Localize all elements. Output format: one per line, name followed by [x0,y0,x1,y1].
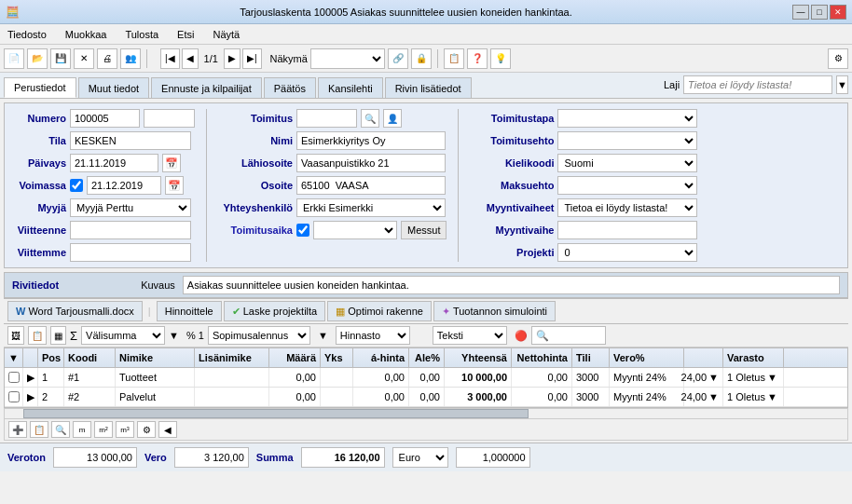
settings-button[interactable]: ⚙ [828,48,848,69]
gh-code: Koodi [64,348,116,367]
delete-button[interactable]: ✕ [74,48,94,69]
word-tab[interactable]: W Word Tarjousmalli.docx [7,301,143,321]
bt-settings[interactable]: ⚙ [137,421,156,438]
bt-search[interactable]: 🔍 [51,421,70,438]
toimitus-search[interactable]: 🔍 [361,109,379,128]
lock-button[interactable]: 🔒 [411,48,432,69]
tab-kansilehti[interactable]: Kansilehti [318,77,383,98]
maksuehto-combo[interactable] [557,176,697,195]
maximize-button[interactable]: □ [811,5,828,20]
tab-ennuste[interactable]: Ennuste ja kilpailijat [151,77,262,98]
toimitus-person[interactable]: 👤 [383,109,402,128]
minimize-button[interactable]: — [792,5,809,20]
menu-etsi[interactable]: Etsi [173,28,198,41]
search-button[interactable]: 👥 [120,48,141,69]
nav-prev[interactable]: ◀ [182,48,199,69]
bt-m4[interactable]: m³ [116,421,134,438]
voimassa-checkbox[interactable] [70,179,83,192]
print-button[interactable]: 🖨 [97,48,117,69]
tab-paatos[interactable]: Päätös [264,77,316,98]
grid-calc-btn[interactable]: ▦ [50,326,66,345]
save-button[interactable]: 💾 [50,48,71,69]
laske-tab[interactable]: ✔ Laske projektilta [224,301,326,321]
tab-rivin-lisatiedot[interactable]: Rivin lisätiedot [385,77,472,98]
toimitustapa-combo[interactable] [557,109,697,128]
summa-input[interactable] [301,447,385,468]
bt-m3[interactable]: m² [94,421,113,438]
laji-input[interactable] [683,75,832,94]
horizontal-scrollbar[interactable] [4,408,848,419]
messut-button[interactable]: Messut [401,221,447,239]
row2-check[interactable] [5,388,23,406]
projekti-combo[interactable]: 0 [557,243,697,262]
menu-tiedosto[interactable]: Tiedosto [4,28,50,41]
view-combo[interactable] [310,48,385,69]
sopimusalennus-combo[interactable]: Sopimusalennus [208,326,310,345]
new-button[interactable]: 📄 [4,48,24,69]
nav-last[interactable]: ▶| [242,48,262,69]
toimitusaika-combo[interactable] [313,221,397,239]
toimitus-input[interactable] [296,109,357,128]
row1-qty: 0,00 [269,368,321,387]
numero-input2[interactable] [144,109,195,128]
voimassa-calendar[interactable]: 📅 [165,176,184,195]
yht-combo[interactable]: Erkki Esimerkki [296,198,446,217]
viitteenne-input[interactable] [70,221,191,239]
link-button[interactable]: 🔗 [388,48,408,69]
bt-m2[interactable]: m [73,421,91,438]
open-button[interactable]: 📂 [27,48,48,69]
valissumma-combo[interactable]: Välisumma [81,326,165,345]
table-row[interactable]: ▶ 2 #2 Palvelut 0,00 0,00 0,00 3 000,00 … [5,388,847,407]
nimi-input[interactable] [296,131,446,150]
close-button[interactable]: ✕ [830,5,846,20]
row1-price: 0,00 [353,368,409,387]
osoite-input[interactable] [296,176,446,195]
optimoi-tab[interactable]: ▦ Optimoi rakenne [327,301,432,321]
vero-input[interactable] [174,447,249,468]
tuotanto-tab[interactable]: ✦ Tuotannon simulointi [433,301,556,321]
currency-combo[interactable]: Euro [392,447,448,468]
kuvaus-input[interactable] [183,276,840,294]
grid-search-input[interactable] [531,326,606,345]
copy-button[interactable]: 📋 [444,48,464,69]
grid-copy-btn[interactable]: 📋 [28,326,47,345]
paivays-calendar[interactable]: 📅 [162,154,181,172]
nav-next[interactable]: ▶ [224,48,240,69]
toimitusehto-combo[interactable] [557,131,697,150]
grid-add-btn[interactable]: 🖼 [7,326,24,345]
paivays-input[interactable] [70,154,158,172]
nav-first[interactable]: |◀ [160,48,180,69]
tab-perustiedot[interactable]: Perustiedot [4,77,76,98]
bt-add[interactable]: ➕ [8,421,27,438]
menu-nayta[interactable]: Näytä [209,28,243,41]
help-button[interactable]: ❓ [467,48,488,69]
lahiosoite-input[interactable] [296,154,446,172]
hinnoittele-tab[interactable]: Hinnoittele [157,301,222,321]
myyntivaiheet-combo[interactable]: Tietoa ei löydy listasta! [557,198,697,217]
tila-input[interactable] [70,131,191,150]
numero-input[interactable] [70,109,140,128]
bt-copy[interactable]: 📋 [30,421,48,438]
voimassa-input[interactable] [87,176,161,195]
toimitusaika-checkbox[interactable] [296,224,309,237]
myyja-combo[interactable]: Myyjä Perttu [70,198,191,217]
info-button[interactable]: 💡 [490,48,511,69]
table-row[interactable]: ▶ 1 #1 Tuotteet 0,00 0,00 0,00 10 000,00… [5,368,847,388]
gh-check[interactable]: ▼ [5,348,23,367]
laji-dropdown[interactable]: ▼ [836,75,848,94]
menu-muokkaa[interactable]: Muokkaa [62,28,111,41]
myyntivaihe-input[interactable] [557,221,697,239]
scrollbar-thumb[interactable] [23,409,529,418]
hinnasto-combo[interactable]: Hinnasto [336,326,410,345]
row1-check[interactable] [5,368,23,387]
rate-input[interactable] [456,447,530,468]
kielikoodi-combo[interactable]: Suomi [557,154,697,172]
bt-left[interactable]: ◀ [158,421,177,438]
veroton-input[interactable] [53,447,137,468]
toimitus-label: Toimitus [218,113,293,124]
viitemme-input[interactable] [70,243,191,262]
tab-muut-tiedot[interactable]: Muut tiedot [78,77,149,98]
teksti-combo[interactable]: Teksti [433,326,507,345]
menu-tulosta[interactable]: Tulosta [121,28,162,41]
main-form: Numero Tila Päivays 📅 Voimassa 📅 Myyjä M… [4,102,848,268]
